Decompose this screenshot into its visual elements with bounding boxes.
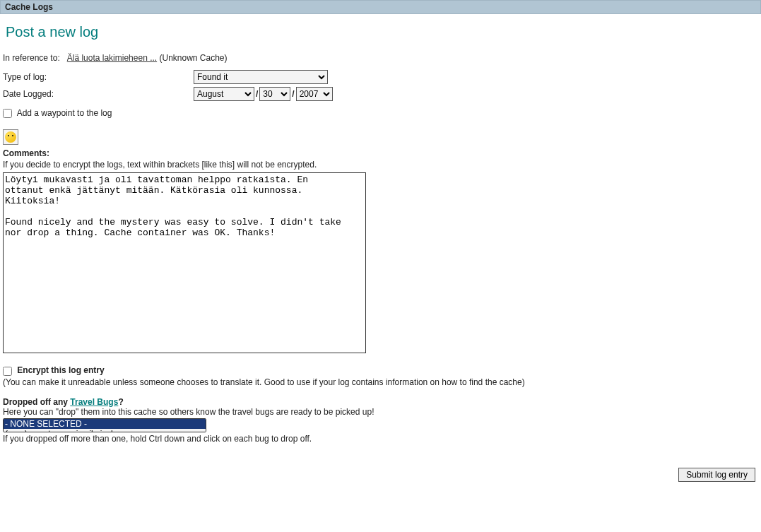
header-bar: Cache Logs bbox=[0, 0, 761, 14]
encrypt-note: (You can make it unreadable unless someo… bbox=[3, 377, 758, 387]
comments-textarea[interactable] bbox=[3, 172, 366, 353]
reference-line: In reference to: Älä luota lakimieheen .… bbox=[3, 53, 758, 63]
date-slash-1: / bbox=[256, 89, 258, 99]
waypoint-line: Add a waypoint to the log bbox=[3, 108, 758, 118]
reference-link[interactable]: Älä luota lakimieheen ... bbox=[67, 53, 157, 63]
header-title: Cache Logs bbox=[5, 2, 53, 12]
comments-label: Comments: bbox=[3, 148, 758, 158]
type-of-log-select[interactable]: Found it bbox=[194, 70, 328, 84]
type-row: Type of log: Found it bbox=[3, 70, 758, 84]
date-year-select[interactable]: 2007 bbox=[296, 87, 333, 101]
travelbugs-option[interactable]: (——) event geocoin sikajack bbox=[4, 429, 206, 432]
travelbugs-link[interactable]: Travel Bugs bbox=[70, 397, 118, 407]
travelbugs-option[interactable]: - NONE SELECTED - bbox=[4, 419, 206, 429]
travelbugs-line: Dropped off any Travel Bugs? bbox=[3, 397, 758, 407]
smiley-icon bbox=[5, 131, 16, 143]
smiley-button[interactable] bbox=[3, 129, 18, 145]
encrypt-checkbox[interactable] bbox=[3, 367, 12, 376]
encrypt-line: Encrypt this log entry bbox=[3, 365, 758, 375]
date-month-select[interactable]: August bbox=[194, 87, 254, 101]
travelbugs-note: If you dropped off more than one, hold C… bbox=[3, 434, 758, 444]
date-label: Date Logged: bbox=[3, 89, 194, 99]
page-title: Post a new log bbox=[6, 24, 758, 40]
travelbugs-label-suffix: ? bbox=[118, 397, 123, 407]
waypoint-label: Add a waypoint to the log bbox=[17, 108, 112, 118]
reference-suffix: (Unknown Cache) bbox=[159, 53, 227, 63]
type-label: Type of log: bbox=[3, 72, 194, 82]
date-day-select[interactable]: 30 bbox=[259, 87, 290, 101]
travelbugs-hint: Here you can "drop" them into this cache… bbox=[3, 407, 758, 417]
travelbugs-select[interactable]: - NONE SELECTED - (——) event geocoin sik… bbox=[3, 418, 206, 432]
travelbugs-label-prefix: Dropped off any bbox=[3, 397, 70, 407]
reference-prefix: In reference to: bbox=[3, 53, 60, 63]
encrypt-label: Encrypt this log entry bbox=[17, 365, 104, 375]
date-slash-2: / bbox=[292, 89, 294, 99]
comments-hint: If you decide to encrypt the logs, text … bbox=[3, 160, 758, 170]
waypoint-checkbox[interactable] bbox=[3, 109, 12, 118]
submit-button[interactable]: Submit log entry bbox=[678, 468, 755, 482]
date-row: Date Logged: August / 30 / 2007 bbox=[3, 87, 758, 101]
